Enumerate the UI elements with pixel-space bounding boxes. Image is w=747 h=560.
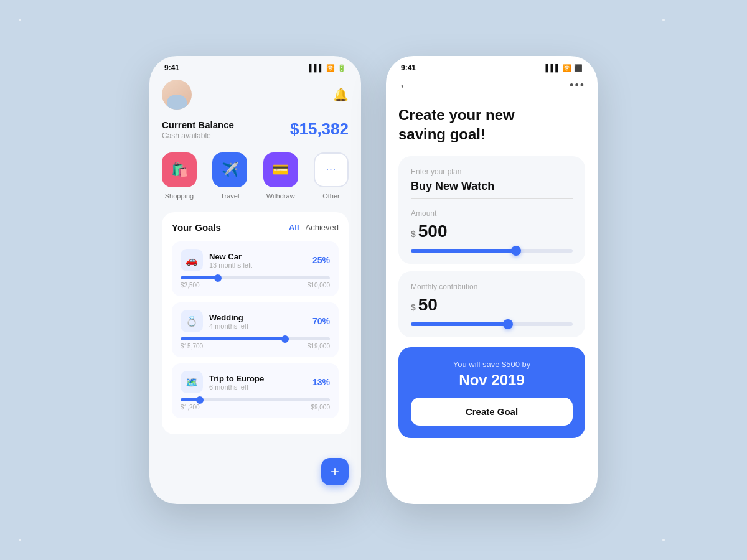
avatar-body — [167, 95, 187, 110]
battery-icon-r: ⬛ — [574, 64, 583, 72]
goal-bar-thumb — [214, 274, 222, 282]
goal-amounts: $1,200 $9,000 — [181, 404, 330, 411]
contribution-slider[interactable] — [411, 322, 573, 326]
goal-percent: 70% — [312, 316, 330, 326]
goal-min: $15,700 — [181, 343, 203, 350]
goal-name: Trip to Europe — [209, 374, 264, 383]
goal-percent: 25% — [312, 255, 330, 265]
goal-amounts: $15,700 $19,000 — [181, 343, 330, 350]
title-line2: saving goal! — [398, 126, 486, 142]
plan-form-card: Enter your plan Buy New Watch Amount $ 5… — [398, 156, 585, 264]
save-summary: You will save $500 by Nov 2019 Create Go… — [398, 347, 585, 438]
goals-header: Your Goals All Achieved — [172, 222, 339, 233]
add-goal-button[interactable]: + — [321, 458, 349, 485]
battery-icon: 🔋 — [337, 64, 346, 72]
goals-title: Your Goals — [172, 222, 221, 233]
goal-months: 4 months left — [209, 322, 248, 330]
contribution-dollar-sign: $ — [411, 302, 416, 312]
right-phone-content: ← ••• Create your new saving goal! Enter… — [386, 75, 598, 504]
goal-card-wedding[interactable]: 💍 Wedding 4 months left 70% $15,700 $19,… — [172, 302, 339, 357]
contribution-slider-fill — [411, 322, 508, 326]
plan-value[interactable]: Buy New Watch — [411, 180, 573, 199]
goal-progress-bar — [181, 276, 330, 279]
contribution-row: $ 50 — [411, 295, 573, 315]
wifi-icon-r: 🛜 — [563, 64, 571, 72]
category-travel[interactable]: ✈️ Travel — [212, 152, 247, 200]
page-title: Create your new saving goal! — [398, 105, 585, 144]
categories-row: 🛍️ Shopping ✈️ Travel 💳 Withdraw ··· Oth… — [162, 152, 349, 200]
goal-amounts: $2,500 $10,000 — [181, 282, 330, 289]
goal-name: Wedding — [209, 313, 248, 322]
time-left: 9:41 — [164, 63, 179, 72]
more-options-icon[interactable]: ••• — [570, 79, 585, 92]
goal-max: $9,000 — [311, 404, 330, 411]
time-right: 9:41 — [401, 63, 416, 72]
dots-decoration-br: for(let i=0;i<48;i++) document.currentSc… — [662, 539, 728, 541]
category-other[interactable]: ··· Other — [314, 152, 349, 200]
goal-icon: 🚗 — [181, 249, 203, 271]
status-icons-left: ▌▌▌ 🛜 🔋 — [309, 64, 346, 72]
avatar[interactable] — [162, 80, 192, 110]
withdraw-icon: 💳 — [263, 152, 298, 187]
create-goal-button[interactable]: Create Goal — [411, 398, 573, 426]
notification-bell-icon[interactable]: 🔔 — [333, 87, 349, 102]
wifi-icon: 🛜 — [326, 64, 335, 72]
dots-decoration-bl: for(let i=0;i<48;i++) document.currentSc… — [19, 539, 85, 541]
dots-decoration-tr: for(let i=0;i<48;i++) document.currentSc… — [662, 19, 728, 21]
goal-card-trip-to-europe[interactable]: 🗺️ Trip to Europe 6 months left 13% $1,2… — [172, 363, 339, 418]
goal-cards-container: 🚗 New Car 13 months left 25% $2,500 $10,… — [172, 241, 339, 418]
category-shopping[interactable]: 🛍️ Shopping — [162, 152, 197, 200]
travel-icon: ✈️ — [212, 152, 247, 187]
nav-row: ← ••• — [398, 78, 585, 93]
tab-achieved[interactable]: Achieved — [306, 223, 339, 232]
goal-months: 6 months left — [209, 383, 264, 391]
amount-slider-fill — [411, 249, 516, 253]
signal-icon: ▌▌▌ — [309, 64, 324, 72]
amount-label: Amount — [411, 209, 573, 218]
goal-bar-fill — [181, 276, 218, 279]
save-summary-date: Nov 2019 — [411, 371, 573, 389]
goal-min: $1,200 — [181, 404, 200, 411]
goal-bar-thumb — [281, 335, 289, 343]
other-icon: ··· — [314, 152, 349, 187]
contribution-label: Monthly contribution — [411, 282, 573, 291]
status-bar-left: 9:41 ▌▌▌ 🛜 🔋 — [149, 56, 361, 75]
goal-name: New Car — [209, 252, 252, 261]
other-label: Other — [322, 192, 340, 200]
contribution-slider-thumb[interactable] — [503, 319, 513, 329]
goal-card-new-car[interactable]: 🚗 New Car 13 months left 25% $2,500 $10,… — [172, 241, 339, 296]
shopping-icon: 🛍️ — [162, 152, 197, 187]
goal-bar-fill — [181, 337, 285, 340]
category-withdraw[interactable]: 💳 Withdraw — [263, 152, 298, 200]
goal-max: $10,000 — [308, 282, 330, 289]
goals-tabs: All Achieved — [289, 223, 339, 232]
balance-section: Current Balance Cash available $15,382 — [162, 119, 349, 140]
right-phone: 9:41 ▌▌▌ 🛜 ⬛ ← ••• Create your new savin… — [386, 56, 598, 504]
status-icons-right: ▌▌▌ 🛜 ⬛ — [546, 64, 583, 72]
tab-all[interactable]: All — [289, 223, 299, 232]
back-button[interactable]: ← — [398, 78, 411, 93]
header-row: 🔔 — [162, 80, 349, 110]
status-bar-right: 9:41 ▌▌▌ 🛜 ⬛ — [386, 56, 598, 75]
balance-sublabel: Cash available — [162, 131, 234, 140]
goal-bar-fill — [181, 398, 200, 401]
goal-min: $2,500 — [181, 282, 200, 289]
goal-icon: 🗺️ — [181, 371, 203, 393]
travel-label: Travel — [220, 192, 239, 200]
goal-progress-bar — [181, 398, 330, 401]
amount-slider-thumb[interactable] — [511, 246, 521, 256]
plan-label: Enter your plan — [411, 167, 573, 176]
balance-label: Current Balance — [162, 119, 234, 130]
goal-max: $19,000 — [308, 343, 330, 350]
left-phone: 9:41 ▌▌▌ 🛜 🔋 🔔 Current Balance Cash avai… — [149, 56, 361, 504]
title-line1: Create your new — [398, 106, 515, 123]
amount-slider[interactable] — [411, 249, 573, 253]
shopping-label: Shopping — [165, 192, 194, 200]
contribution-form-card: Monthly contribution $ 50 — [398, 271, 585, 337]
save-summary-text: You will save $500 by — [411, 360, 573, 369]
goals-section: Your Goals All Achieved 🚗 New Car 13 mon… — [162, 212, 349, 434]
amount-row: $ 500 — [411, 222, 573, 241]
amount-dollar-sign: $ — [411, 229, 416, 239]
goal-progress-bar — [181, 337, 330, 340]
signal-icon-r: ▌▌▌ — [546, 64, 560, 72]
